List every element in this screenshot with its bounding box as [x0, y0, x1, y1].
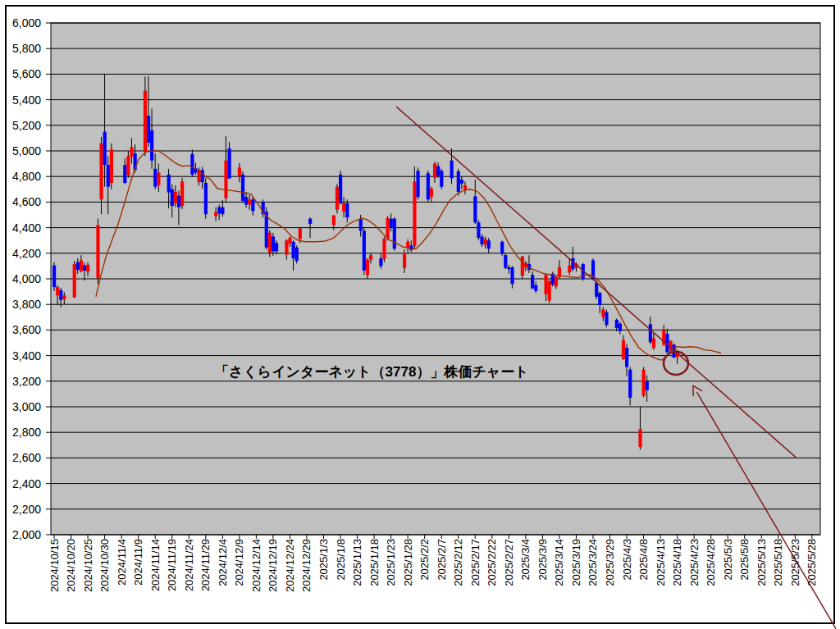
candle	[393, 217, 396, 251]
candle-body-down	[153, 169, 157, 187]
x-axis-label: 2025/3/24	[587, 539, 599, 586]
candle-body-up	[130, 147, 133, 157]
y-axis-label: 3,000	[12, 400, 41, 413]
candle-body-down	[507, 267, 510, 269]
y-axis-label: 2,800	[12, 426, 41, 439]
candle-body-down	[363, 231, 366, 271]
x-axis-label: 2024/12/14	[250, 539, 262, 592]
x-axis-label: 2025/5/8	[738, 539, 751, 581]
candle	[548, 280, 551, 303]
candle-body-up	[463, 185, 467, 189]
candle-body-down	[83, 266, 86, 271]
candle	[241, 171, 244, 203]
candle-body-down	[272, 237, 275, 252]
candle-body-down	[147, 116, 150, 143]
candle-body-down	[150, 130, 153, 161]
candle-body-down	[292, 242, 295, 258]
candle-body-down	[228, 148, 231, 179]
x-axis-label: 2025/2/27	[503, 539, 515, 586]
y-axis-label: 3,600	[12, 323, 41, 336]
candle-body-up	[369, 255, 372, 259]
x-axis-label: 2024/12/9	[233, 539, 245, 586]
candle-body-down	[251, 199, 254, 211]
x-axis-label: 2024/12/24	[284, 539, 296, 592]
candle-body-down	[190, 154, 194, 175]
candle	[339, 171, 342, 204]
y-axis-label: 3,800	[12, 298, 41, 311]
x-axis-label: 2024/11/9	[132, 539, 144, 586]
x-axis-label: 2025/4/3	[621, 539, 633, 581]
x-axis-label: 2024/12/19	[267, 539, 279, 592]
candle-body-down	[416, 171, 419, 197]
x-axis-label: 2025/5/18	[772, 539, 784, 586]
y-axis-label: 5,000	[12, 144, 41, 157]
candle-body-down	[393, 219, 396, 249]
candle-body-up	[268, 233, 272, 253]
x-axis-label: 2024/10/25	[82, 539, 94, 592]
candle-body-down	[295, 248, 299, 261]
candle-body-up	[288, 238, 291, 244]
candle-body-up	[299, 228, 302, 239]
x-axis-label: 2024/11/14	[149, 539, 162, 591]
y-axis-label: 3,200	[12, 375, 41, 388]
candle-body-down	[59, 290, 62, 300]
candle-body-down	[204, 183, 208, 214]
y-axis-label: 5,600	[12, 67, 41, 80]
x-axis-label: 2024/11/4	[116, 539, 128, 586]
x-axis-label: 2024/12/29	[300, 539, 313, 592]
x-axis-label: 2025/5/23	[789, 539, 801, 586]
candle-body-down	[595, 283, 598, 297]
chart-title-annotation: 「さくらインターネット（3778）」株価チャート	[215, 364, 529, 380]
candle	[427, 171, 430, 202]
x-axis-label: 2024/10/20	[65, 539, 77, 592]
candle-body-up	[80, 260, 83, 271]
y-axis-label: 6,000	[12, 16, 41, 30]
x-axis-label: 2025/1/28	[402, 539, 414, 586]
candle-body-down	[628, 370, 632, 398]
candle	[382, 237, 386, 262]
candle-body-up	[366, 260, 369, 276]
candle-body-up	[332, 216, 336, 226]
candle-body-up	[56, 287, 59, 295]
candle	[265, 207, 268, 249]
candle-body-up	[544, 275, 547, 294]
candle	[551, 271, 555, 286]
candle	[96, 219, 99, 285]
candle	[605, 309, 608, 327]
candle-body-up	[180, 181, 184, 206]
candle-body-down	[345, 203, 349, 217]
y-axis-label: 5,400	[12, 93, 41, 107]
x-axis-label: 2025/4/8	[637, 539, 650, 581]
x-axis-label: 2025/2/2	[418, 539, 431, 581]
x-axis-label: 2025/5/28	[806, 539, 818, 586]
candle-body-down	[615, 320, 619, 328]
y-axis-label: 2,600	[12, 451, 41, 464]
candle-body-down	[76, 262, 80, 270]
candle-body-down	[480, 237, 483, 244]
candle	[500, 240, 504, 256]
candle-body-down	[241, 175, 244, 201]
y-axis-label: 4,400	[12, 221, 41, 235]
candle-body-up	[642, 370, 646, 396]
candle	[180, 178, 184, 209]
candle-body-down	[457, 171, 460, 192]
candle-body-up	[386, 218, 389, 239]
x-axis-label: 2025/3/9	[536, 539, 549, 581]
candle-body-down	[510, 267, 514, 284]
x-axis-label: 2025/2/7	[436, 539, 448, 581]
y-axis-label: 4,800	[12, 170, 41, 183]
candle-body-up	[174, 192, 177, 203]
y-axis-label: 2,400	[12, 477, 41, 490]
candle	[416, 167, 419, 199]
x-axis-label: 2025/1/18	[368, 539, 381, 586]
candle-body-down	[460, 180, 463, 184]
candle-body-up	[403, 253, 406, 268]
candle	[52, 262, 56, 291]
candle-body-down	[504, 255, 507, 268]
candle-body-up	[110, 149, 113, 183]
x-axis-label: 2025/5/13	[756, 539, 768, 586]
candle-body-up	[73, 264, 76, 298]
candle-body-down	[625, 348, 628, 367]
x-axis-label: 2024/11/19	[166, 539, 178, 591]
candle-body-down	[619, 324, 622, 331]
